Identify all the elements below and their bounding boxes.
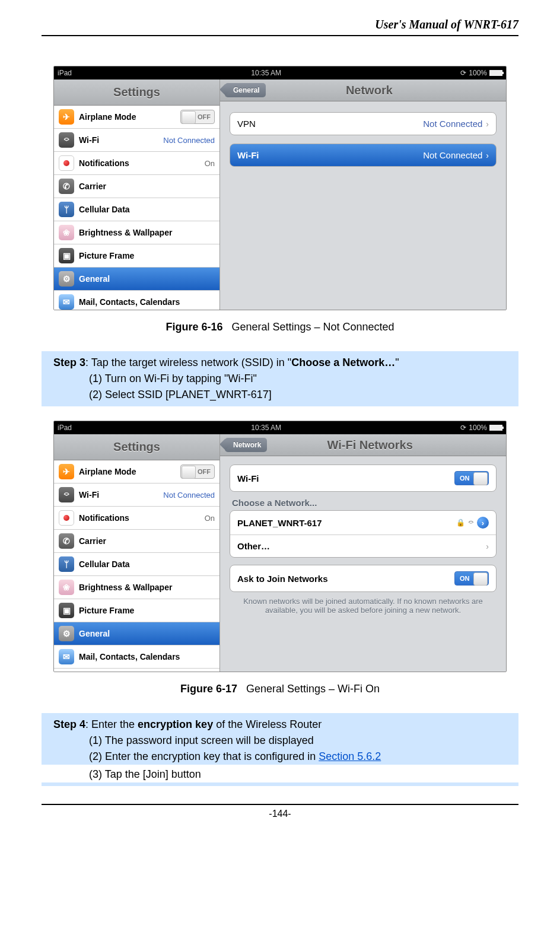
sidebar-item-label: Mail, Contacts, Calendars xyxy=(79,297,215,307)
sidebar-item-label: Wi-Fi xyxy=(79,135,163,145)
picture-frame-icon: ▣ xyxy=(59,248,74,263)
sidebar-item-general[interactable]: ⚙ General xyxy=(54,622,219,645)
sidebar-item-mail[interactable]: ✉ Mail, Contacts, Calendars xyxy=(54,291,219,310)
vpn-row[interactable]: VPN Not Connected › xyxy=(230,112,497,135)
sidebar-item-label: Cellular Data xyxy=(79,205,215,214)
battery-percent: 100% xyxy=(469,69,487,77)
brightness-icon: ❀ xyxy=(59,225,74,240)
detail-title: Wi-Fi Networks xyxy=(274,438,466,452)
network-row-other[interactable]: Other… › xyxy=(230,535,496,557)
other-label: Other… xyxy=(237,541,270,551)
phone-icon: ✆ xyxy=(59,179,74,194)
orientation-lock-icon: ⟳ xyxy=(460,69,466,77)
sidebar-item-label: Cellular Data xyxy=(79,559,215,569)
sidebar-item-airplane[interactable]: ✈ Airplane Mode OFF xyxy=(54,106,219,129)
sidebar-item-brightness[interactable]: ❀ Brightness & Wallpaper xyxy=(54,221,219,244)
wifi-row-highlighted[interactable]: Wi-Fi Not Connected › xyxy=(230,144,497,167)
header-rule xyxy=(42,35,518,36)
device-label: iPad xyxy=(58,424,72,432)
networks-group: PLANET_WNRT-617 🔒 ⌔ › Other… › xyxy=(230,510,497,558)
phone-icon: ✆ xyxy=(59,533,74,549)
sidebar-item-airplane[interactable]: ✈ Airplane Mode OFF xyxy=(54,460,219,483)
airplane-icon: ✈ xyxy=(59,464,74,479)
sidebar-item-brightness[interactable]: ❀ Brightness & Wallpaper xyxy=(54,576,219,599)
ssid-label: PLANET_WNRT-617 xyxy=(237,518,322,528)
notifications-status: On xyxy=(205,159,215,168)
ask-label: Ask to Join Networks xyxy=(237,574,328,584)
sidebar-item-label: Mail, Contacts, Calendars xyxy=(79,652,215,661)
wifi-on-toggle[interactable]: ON xyxy=(454,471,489,485)
sidebar-item-label: Brightness & Wallpaper xyxy=(79,228,215,237)
antenna-icon: ᛘ xyxy=(59,556,74,572)
sidebar-item-cellular[interactable]: ᛘ Cellular Data xyxy=(54,553,219,576)
sidebar-item-notifications[interactable]: Notifications On xyxy=(54,152,219,175)
section-link[interactable]: Section 5.6.2 xyxy=(319,750,381,762)
airplane-toggle[interactable]: OFF xyxy=(180,110,215,124)
vpn-value: Not Connected xyxy=(423,119,482,129)
notifications-icon xyxy=(59,155,74,171)
sidebar-item-wifi[interactable]: ⌔ Wi-Fi Not Connected xyxy=(54,129,219,152)
wifi-toggle-row[interactable]: Wi-Fi ON xyxy=(230,465,496,491)
ask-row[interactable]: Ask to Join Networks ON xyxy=(230,565,496,591)
step-3-lead: Step 3: Tap the target wireless network … xyxy=(42,355,518,371)
detail-title: Network xyxy=(273,84,466,97)
sidebar-item-label: Picture Frame xyxy=(79,251,215,260)
lock-icon: 🔒 xyxy=(456,518,465,527)
sidebar-item-carrier[interactable]: ✆ Carrier xyxy=(54,530,219,553)
sidebar-item-wifi[interactable]: ⌔ Wi-Fi Not Connected xyxy=(54,483,219,507)
wifi-label: Wi-Fi xyxy=(237,150,423,160)
figure-caption-2: Figure 6-17 General Settings – Wi-Fi On xyxy=(53,683,507,695)
sidebar-item-picture-frame[interactable]: ▣ Picture Frame xyxy=(54,599,219,622)
gear-icon: ⚙ xyxy=(59,626,74,641)
ipad-screenshot-1: iPad 10:35 AM ⟳ 100% Settings ✈ Airplane… xyxy=(53,66,507,310)
gear-icon: ⚙ xyxy=(59,271,74,287)
step-3-sub2: (2) Select SSID [PLANET_WNRT-617] xyxy=(42,387,518,403)
sidebar-item-mail[interactable]: ✉ Mail, Contacts, Calendars xyxy=(54,645,219,669)
figure-caption-1: Figure 6-16 General Settings – Not Conne… xyxy=(53,321,507,333)
document-header: User's Manual of WNRT-617 xyxy=(42,18,518,35)
sidebar-item-label: Picture Frame xyxy=(79,606,215,615)
notifications-icon xyxy=(59,510,74,526)
detail-disclosure-icon[interactable]: › xyxy=(477,517,489,529)
picture-frame-icon: ▣ xyxy=(59,603,74,618)
airplane-toggle[interactable]: OFF xyxy=(180,465,215,479)
antenna-icon: ᛘ xyxy=(59,202,74,217)
sidebar-item-notifications[interactable]: Notifications On xyxy=(54,507,219,530)
sidebar-item-cellular[interactable]: ᛘ Cellular Data xyxy=(54,198,219,221)
back-general-button[interactable]: General xyxy=(225,83,266,97)
back-network-button[interactable]: Network xyxy=(225,438,267,452)
sidebar-item-label: General xyxy=(79,629,215,638)
sidebar-item-picture-frame[interactable]: ▣ Picture Frame xyxy=(54,244,219,268)
sidebar-item-label: Airplane Mode xyxy=(79,112,180,122)
wifi-status: Not Connected xyxy=(163,136,215,145)
choose-network-label: Choose a Network... xyxy=(230,492,497,510)
step-3-block: Step 3: Tap the target wireless network … xyxy=(42,351,518,406)
status-bar: iPad 10:35 AM ⟳ 100% xyxy=(54,66,506,79)
sidebar-item-carrier[interactable]: ✆ Carrier xyxy=(54,175,219,198)
ask-on-toggle[interactable]: ON xyxy=(454,571,489,586)
helper-text: Known networks will be joined automatica… xyxy=(230,592,497,619)
brightness-icon: ❀ xyxy=(59,580,74,595)
clock: 10:35 AM xyxy=(251,424,281,432)
sidebar-item-general[interactable]: ⚙ General xyxy=(54,268,219,291)
wifi-icon: ⌔ xyxy=(59,132,74,148)
signal-icon: ⌔ xyxy=(469,518,473,527)
sidebar-item-label: Notifications xyxy=(79,158,205,168)
network-row-planet[interactable]: PLANET_WNRT-617 🔒 ⌔ › xyxy=(230,511,496,535)
step-4-sub2: (2) Enter the encryption key that is con… xyxy=(42,749,518,765)
settings-sidebar: Settings ✈ Airplane Mode OFF ⌔ Wi-Fi Not… xyxy=(54,79,220,310)
step-4-sub1: (1) The password input screen will be di… xyxy=(42,733,518,749)
ipad-screenshot-2: iPad 10:35 AM ⟳ 100% Settings ✈ Airplane… xyxy=(53,421,507,672)
chevron-right-icon: › xyxy=(486,542,489,551)
step-3-sub1: (1) Turn on Wi-Fi by tapping "Wi-Fi" xyxy=(42,371,518,387)
sidebar-title: Settings xyxy=(54,79,219,106)
detail-header: Network Wi-Fi Networks xyxy=(220,434,506,456)
airplane-icon: ✈ xyxy=(59,109,74,125)
notifications-status: On xyxy=(205,514,215,523)
step-4-lead: Step 4: Enter the encryption key of the … xyxy=(42,717,518,733)
status-bar: iPad 10:35 AM ⟳ 100% xyxy=(54,421,506,434)
sidebar-item-label: Wi-Fi xyxy=(79,490,163,500)
step-4-sub3: (3) Tap the [Join] button xyxy=(42,765,518,782)
wifi-icon: ⌔ xyxy=(59,487,74,502)
sidebar-item-label: Brightness & Wallpaper xyxy=(79,583,215,592)
